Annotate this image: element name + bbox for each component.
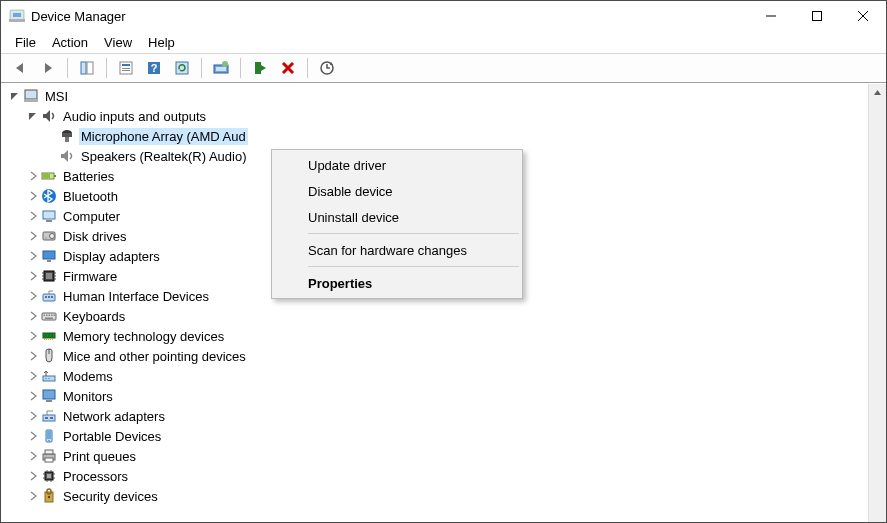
expand-icon[interactable] <box>25 168 41 184</box>
hid-icon <box>41 288 57 304</box>
svg-rect-29 <box>54 175 56 177</box>
keyboard-icon <box>41 308 57 324</box>
svg-point-18 <box>222 61 228 67</box>
tree-label: Security devices <box>61 488 160 505</box>
scan-hardware-button[interactable] <box>314 55 340 81</box>
svg-rect-71 <box>43 390 55 399</box>
svg-rect-32 <box>43 211 55 219</box>
expand-icon[interactable] <box>25 228 41 244</box>
tree-device-microphone[interactable]: Microphone Array (AMD Aud <box>3 126 868 146</box>
ctx-update-driver[interactable]: Update driver <box>274 152 520 178</box>
svg-point-36 <box>45 237 46 238</box>
svg-rect-73 <box>43 415 55 421</box>
expand-icon[interactable] <box>25 248 41 264</box>
expand-icon[interactable] <box>25 388 41 404</box>
close-button[interactable] <box>840 1 886 31</box>
monitor-icon <box>41 388 57 404</box>
show-hide-console-tree-button[interactable] <box>74 55 100 81</box>
tree-label: Mice and other pointing devices <box>61 348 248 365</box>
svg-rect-38 <box>47 260 51 262</box>
ctx-separator <box>308 233 519 234</box>
forward-button[interactable] <box>35 55 61 81</box>
svg-rect-63 <box>52 338 53 340</box>
menu-view[interactable]: View <box>96 33 140 52</box>
ctx-uninstall-device[interactable]: Uninstall device <box>274 204 520 230</box>
no-expander <box>43 128 59 144</box>
ctx-disable-device[interactable]: Disable device <box>274 178 520 204</box>
expand-icon[interactable] <box>25 428 41 444</box>
tree-category-modem[interactable]: Modems <box>3 366 868 386</box>
tree-category-portable[interactable]: Portable Devices <box>3 426 868 446</box>
expand-icon[interactable] <box>25 288 41 304</box>
expand-icon[interactable] <box>25 348 41 364</box>
menu-file[interactable]: File <box>7 33 44 52</box>
enable-device-button[interactable] <box>247 55 273 81</box>
ctx-label: Scan for hardware changes <box>308 243 467 258</box>
tree-label: Print queues <box>61 448 138 465</box>
ctx-properties[interactable]: Properties <box>274 270 520 296</box>
tree-category-monitor[interactable]: Monitors <box>3 386 868 406</box>
maximize-button[interactable] <box>794 1 840 31</box>
tree-label: Modems <box>61 368 115 385</box>
tree-label: Batteries <box>61 168 116 185</box>
tree-category-keyboard[interactable]: Keyboards <box>3 306 868 326</box>
svg-rect-24 <box>24 99 38 102</box>
svg-rect-50 <box>51 296 53 298</box>
ctx-label: Properties <box>308 276 372 291</box>
svg-rect-17 <box>216 67 226 71</box>
svg-rect-65 <box>48 334 50 337</box>
scroll-up-icon[interactable] <box>869 84 886 101</box>
disable-device-button[interactable] <box>275 55 301 81</box>
security-icon <box>41 488 57 504</box>
expand-icon[interactable] <box>25 488 41 504</box>
expand-icon[interactable] <box>25 368 41 384</box>
tree-category-mouse[interactable]: Mice and other pointing devices <box>3 346 868 366</box>
svg-rect-66 <box>51 334 53 337</box>
tree-label: Processors <box>61 468 130 485</box>
expand-icon[interactable] <box>25 468 41 484</box>
toolbar-separator <box>201 58 202 78</box>
expand-icon[interactable] <box>25 208 41 224</box>
expand-icon[interactable] <box>25 408 41 424</box>
svg-rect-61 <box>48 338 49 340</box>
tree-category-memory[interactable]: Memory technology devices <box>3 326 868 346</box>
svg-rect-72 <box>46 400 52 402</box>
tree-root[interactable]: MSI <box>3 86 868 106</box>
ctx-scan-hardware[interactable]: Scan for hardware changes <box>274 237 520 263</box>
tree-label: Memory technology devices <box>61 328 226 345</box>
tree-category-audio[interactable]: Audio inputs and outputs <box>3 106 868 126</box>
vertical-scrollbar[interactable] <box>868 84 886 522</box>
menu-action[interactable]: Action <box>44 33 96 52</box>
svg-rect-7 <box>81 62 86 74</box>
ctx-separator <box>308 266 519 267</box>
tree-category-network[interactable]: Network adapters <box>3 406 868 426</box>
expand-icon[interactable] <box>25 188 41 204</box>
tree-category-security[interactable]: Security devices <box>3 486 868 506</box>
svg-rect-54 <box>49 315 51 317</box>
expand-icon[interactable] <box>25 448 41 464</box>
collapse-icon[interactable] <box>25 108 41 124</box>
cpu-icon <box>41 468 57 484</box>
expand-icon[interactable] <box>25 308 41 324</box>
minimize-button[interactable] <box>748 1 794 31</box>
menu-help[interactable]: Help <box>140 33 183 52</box>
svg-point-35 <box>50 234 55 239</box>
help-button[interactable]: ? <box>141 55 167 81</box>
collapse-icon[interactable] <box>7 88 23 104</box>
tree-category-cpu[interactable]: Processors <box>3 466 868 486</box>
back-button[interactable] <box>7 55 33 81</box>
expand-icon[interactable] <box>25 268 41 284</box>
svg-rect-15 <box>176 62 188 74</box>
tree-category-printer[interactable]: Print queues <box>3 446 868 466</box>
update-driver-button[interactable] <box>208 55 234 81</box>
svg-rect-62 <box>50 338 51 340</box>
svg-rect-52 <box>44 315 46 317</box>
toolbar: ? <box>1 53 886 83</box>
svg-rect-19 <box>255 62 261 74</box>
expand-icon[interactable] <box>25 328 41 344</box>
tree-label: Display adapters <box>61 248 162 265</box>
refresh-button[interactable] <box>169 55 195 81</box>
scroll-track[interactable] <box>869 101 886 522</box>
window-title: Device Manager <box>31 9 126 24</box>
properties-button[interactable] <box>113 55 139 81</box>
